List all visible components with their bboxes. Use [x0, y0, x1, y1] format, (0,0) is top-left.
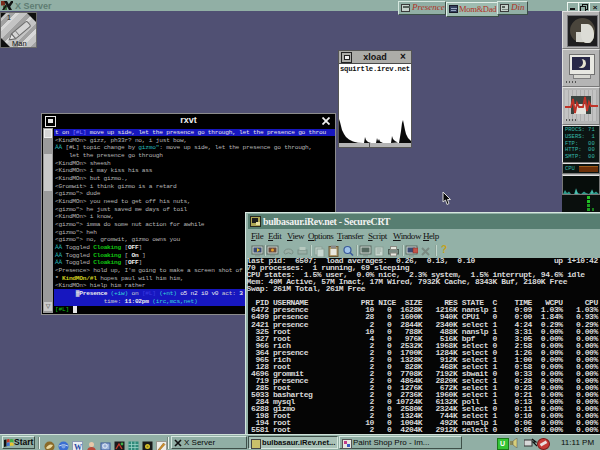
svg-text:W: W: [74, 442, 82, 450]
